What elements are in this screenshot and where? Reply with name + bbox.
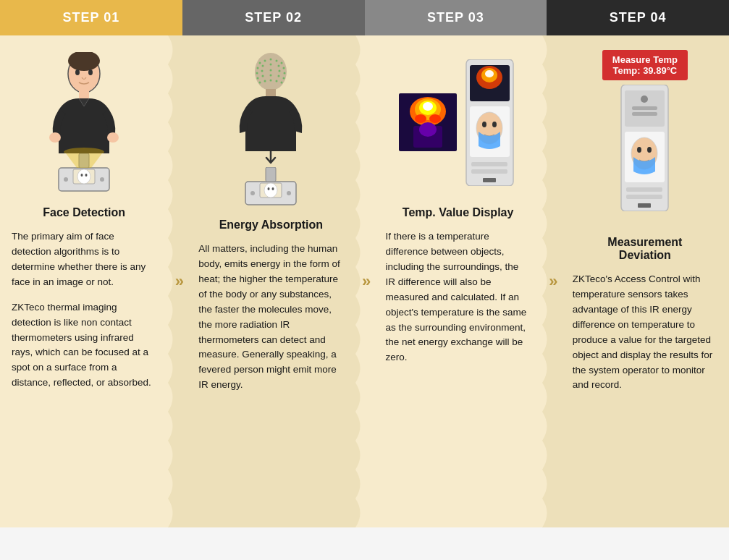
step3-text1: If there is a temperature difference bet…	[386, 229, 531, 365]
step3-illustration	[386, 50, 531, 195]
svg-point-37	[283, 77, 285, 80]
svg-point-57	[415, 114, 426, 123]
step4-column: Measure Temp Temp: 39.89°C	[561, 35, 729, 527]
scanner-device2-icon	[238, 167, 303, 207]
svg-point-46	[264, 183, 277, 198]
step4-text1: ZKTeco's Access Control with temperature…	[573, 272, 717, 393]
svg-point-27	[283, 67, 285, 69]
svg-point-33	[257, 77, 259, 80]
svg-point-3	[88, 69, 93, 75]
svg-point-32	[284, 72, 286, 75]
temp-badge: Measure Temp Temp: 39.89°C	[602, 50, 688, 80]
svg-point-21	[276, 60, 278, 62]
step3-body: If there is a temperature difference bet…	[386, 229, 531, 365]
svg-point-48	[272, 187, 274, 190]
svg-point-13	[64, 177, 68, 182]
step1-column: Face Detection The primary aim of face d…	[0, 35, 168, 527]
step2-title: Energy Absorption	[198, 219, 343, 232]
step2-text1: All matters, including the human body, e…	[198, 242, 343, 393]
step2-body: All matters, including the human body, e…	[198, 242, 343, 393]
divider2: »	[355, 35, 374, 527]
svg-point-2	[75, 69, 80, 75]
svg-point-47	[268, 187, 270, 190]
person-icon	[44, 52, 124, 153]
svg-point-38	[259, 82, 261, 84]
svg-point-10	[77, 169, 90, 184]
chevron1: »	[175, 272, 180, 291]
step1-header: STEP 01	[0, 0, 182, 35]
svg-rect-72	[483, 178, 496, 182]
down-arrow-icon	[264, 151, 278, 167]
page-wrapper: STEP 01 STEP 02 STEP 03 STEP 04	[0, 0, 729, 527]
svg-point-18	[259, 62, 261, 64]
svg-point-81	[647, 147, 652, 153]
access-device2-icon	[618, 85, 672, 211]
temp-badge-container: Measure Temp Temp: 39.89°C	[573, 50, 717, 80]
step2-label: STEP 02	[245, 10, 302, 25]
step1-text2: ZKTeco thermal imaging detection is like…	[12, 300, 156, 391]
svg-point-30	[270, 69, 272, 72]
svg-point-65	[485, 70, 494, 77]
step1-illustration	[12, 50, 156, 195]
svg-rect-82	[626, 187, 662, 192]
svg-point-58	[429, 114, 441, 123]
step2-header: STEP 02	[182, 0, 365, 35]
svg-point-60	[419, 122, 437, 137]
svg-point-19	[264, 60, 266, 62]
svg-rect-77	[632, 112, 657, 116]
svg-point-69	[492, 122, 497, 127]
svg-rect-83	[626, 195, 662, 199]
svg-point-40	[270, 80, 272, 82]
step4-title: Measurement Deviation	[573, 223, 717, 262]
step3-label: STEP 03	[427, 10, 484, 25]
step3-title: Temp. Value Display	[386, 206, 531, 219]
svg-point-42	[281, 82, 283, 84]
svg-point-29	[261, 70, 264, 72]
chevron2: »	[362, 272, 367, 291]
step4-header: STEP 04	[547, 0, 729, 35]
svg-point-35	[270, 75, 272, 77]
svg-point-31	[279, 70, 281, 72]
chevron3: »	[549, 272, 554, 291]
svg-rect-71	[471, 169, 507, 174]
svg-rect-70	[471, 162, 507, 166]
svg-point-20	[270, 59, 272, 61]
svg-point-5	[49, 132, 61, 143]
step1-body: The primary aim of face detection algori…	[12, 229, 156, 391]
thermal-image-icon	[399, 93, 457, 151]
svg-point-68	[482, 122, 486, 127]
svg-marker-16	[66, 153, 102, 168]
svg-point-28	[256, 72, 258, 75]
svg-point-75	[641, 96, 648, 103]
svg-point-49	[250, 191, 255, 195]
svg-point-34	[262, 75, 264, 77]
svg-rect-51	[266, 167, 276, 182]
step1-label: STEP 01	[63, 10, 120, 25]
step4-body: ZKTeco's Access Control with temperature…	[573, 272, 717, 393]
svg-point-25	[270, 64, 272, 66]
scanner-device-icon	[51, 153, 117, 193]
svg-point-24	[262, 65, 264, 67]
divider1: »	[168, 35, 187, 527]
access-device-icon	[463, 59, 517, 186]
header-bar: STEP 01 STEP 02 STEP 03 STEP 04	[0, 0, 729, 35]
divider3: »	[542, 35, 561, 527]
svg-point-26	[278, 65, 280, 67]
svg-rect-76	[632, 106, 657, 110]
svg-point-36	[278, 75, 280, 77]
step2-illustration	[198, 50, 343, 207]
svg-point-41	[276, 80, 278, 82]
energy-person-icon	[231, 50, 311, 151]
svg-point-11	[81, 174, 83, 177]
step3-column: Temp. Value Display If there is a temper…	[374, 35, 542, 527]
svg-point-6	[107, 132, 119, 143]
step4-label: STEP 04	[610, 10, 667, 25]
step4-illustration	[573, 85, 717, 211]
step3-header: STEP 03	[365, 0, 547, 35]
step1-text1: The primary aim of face detection algori…	[12, 229, 156, 290]
svg-point-56	[423, 102, 433, 111]
body-section: Face Detection The primary aim of face d…	[0, 35, 729, 527]
step1-title: Face Detection	[12, 206, 156, 219]
svg-point-22	[281, 62, 283, 64]
step2-column: Energy Absorption All matters, including…	[187, 35, 355, 527]
